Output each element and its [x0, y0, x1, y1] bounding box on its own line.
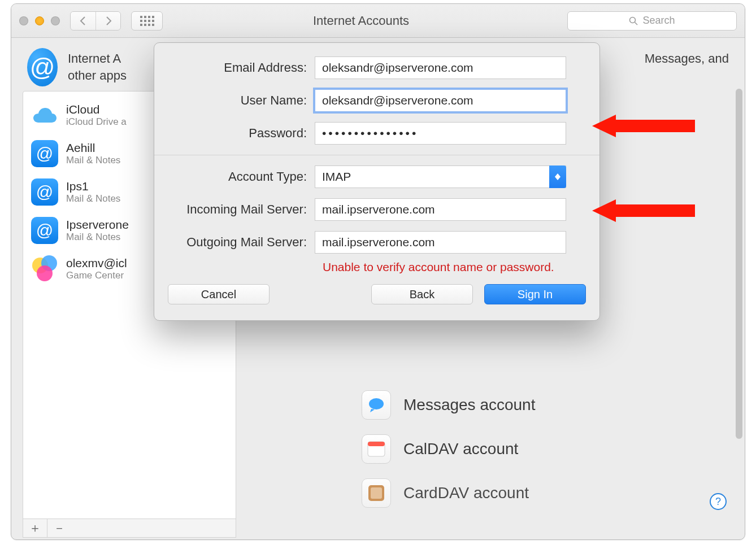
search-icon — [629, 16, 638, 25]
incoming-server-field[interactable] — [315, 198, 566, 221]
help-button[interactable]: ? — [710, 493, 727, 510]
at-icon: @ — [31, 178, 58, 206]
divider — [154, 155, 599, 155]
internet-accounts-icon: @ — [27, 48, 58, 86]
provider-messages[interactable]: Messages account — [362, 390, 733, 420]
account-sub: Mail & Notes — [66, 155, 120, 166]
vertical-scrollbar[interactable] — [736, 49, 742, 513]
svg-point-2 — [369, 398, 384, 409]
messages-icon — [362, 390, 391, 420]
search-field[interactable]: Search — [567, 11, 737, 30]
close-window-button[interactable] — [19, 16, 28, 25]
grid-icon — [140, 16, 154, 26]
back-sheet-button[interactable]: Back — [371, 284, 473, 304]
stepper-arrows-icon — [549, 165, 566, 188]
email-field[interactable] — [315, 56, 566, 79]
sidebar-footer: ＋ － — [23, 518, 236, 538]
account-type-value[interactable] — [315, 165, 566, 188]
at-icon: @ — [31, 217, 58, 244]
sign-in-button[interactable]: Sign In — [484, 284, 586, 304]
zoom-window-button[interactable] — [51, 16, 60, 25]
add-account-button[interactable]: ＋ — [23, 519, 47, 537]
window-title: Internet Accounts — [163, 14, 559, 28]
account-sub: Mail & Notes — [66, 193, 120, 204]
account-name: Ips1 — [66, 180, 120, 193]
chevron-right-icon — [105, 16, 112, 25]
show-all-button[interactable] — [131, 11, 163, 30]
password-field[interactable] — [315, 122, 566, 145]
account-type-label: Account Type: — [168, 169, 315, 184]
account-type-select[interactable] — [315, 165, 566, 188]
username-label: User Name: — [168, 93, 315, 108]
password-label: Password: — [168, 126, 315, 141]
provider-carddav[interactable]: CardDAV account — [362, 478, 733, 508]
account-name: Ipserverone — [66, 218, 129, 232]
chevron-left-icon — [80, 16, 86, 25]
annotation-arrow-account-type — [592, 201, 695, 221]
username-field[interactable] — [315, 89, 566, 112]
add-mail-account-sheet: Email Address: User Name: Password: Acco… — [154, 42, 600, 321]
provider-caldav[interactable]: CalDAV account — [362, 434, 733, 464]
account-name: Aehill — [66, 141, 120, 155]
account-name: iCloud — [66, 103, 127, 116]
contacts-icon — [362, 478, 391, 508]
remove-account-button[interactable]: － — [47, 519, 71, 537]
annotation-arrow-username — [592, 116, 695, 136]
account-name: olexmv@icl — [66, 256, 127, 270]
provider-label: CalDAV account — [403, 440, 518, 458]
error-message: Unable to verify account name or passwor… — [323, 260, 586, 274]
nav-group — [70, 11, 121, 30]
search-placeholder: Search — [642, 15, 675, 27]
account-sub: Mail & Notes — [66, 232, 129, 243]
sheet-buttons: Cancel Back Sign In — [168, 282, 586, 304]
svg-point-0 — [630, 17, 636, 23]
provider-label: CardDAV account — [403, 484, 529, 502]
minimize-window-button[interactable] — [35, 16, 44, 25]
svg-line-1 — [635, 22, 638, 25]
back-button[interactable] — [71, 12, 95, 30]
game-center-icon — [31, 255, 58, 282]
account-sub: Game Center — [66, 270, 127, 281]
at-icon: @ — [31, 140, 58, 167]
scrollbar-thumb[interactable] — [736, 89, 742, 439]
provider-label: Messages account — [403, 396, 535, 414]
email-label: Email Address: — [168, 60, 315, 75]
forward-button[interactable] — [95, 12, 120, 30]
icloud-icon — [31, 102, 58, 129]
svg-rect-4 — [368, 442, 385, 446]
preferences-window: Internet Accounts Search @ Internet A Me… — [11, 3, 745, 540]
cancel-button[interactable]: Cancel — [168, 284, 270, 304]
outgoing-server-field[interactable] — [315, 231, 566, 254]
account-sub: iCloud Drive a — [66, 116, 127, 128]
outgoing-label: Outgoing Mail Server: — [168, 235, 315, 250]
window-controls — [19, 16, 60, 25]
svg-rect-6 — [371, 487, 382, 499]
calendar-icon — [362, 434, 391, 464]
titlebar: Internet Accounts Search — [11, 4, 745, 38]
incoming-label: Incoming Mail Server: — [168, 202, 315, 217]
